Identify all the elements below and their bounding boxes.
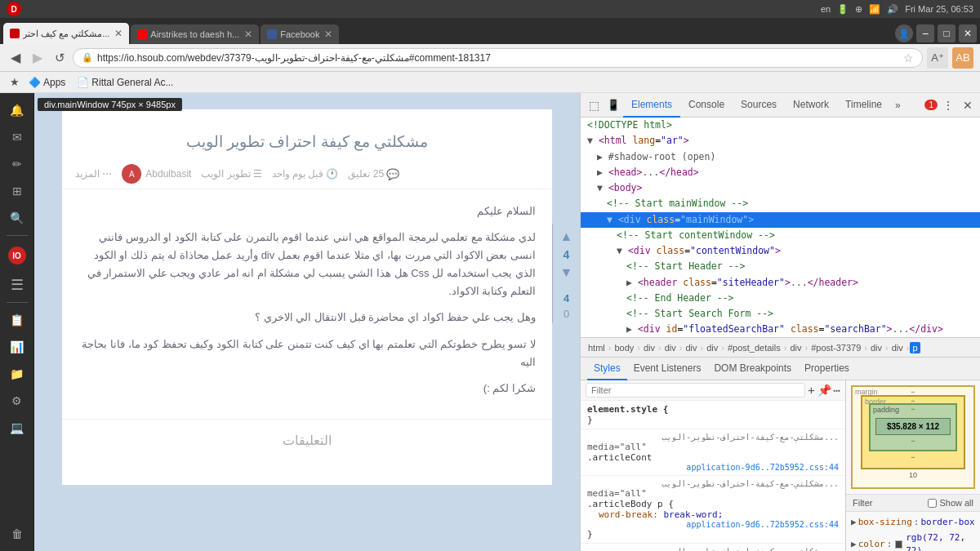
dom-tree[interactable]: <!DOCTYPE html> ▼ <html lang="ar"> ▶ #sh… [581,118,980,338]
show-all-checkbox-label[interactable]: Show all [928,498,973,508]
breadcrumb-body[interactable]: body [612,342,636,353]
vote-up-btn[interactable]: ▲ [555,227,578,247]
vote-down-btn[interactable]: ▼ [555,263,578,282]
filter-input[interactable] [586,383,805,398]
window-person-btn[interactable]: 👤 [895,24,913,42]
dom-node-html[interactable]: ▼ <html lang="ar"> [581,133,980,149]
dom-tooltip: div.mainWindow 745px × 9485px [38,98,182,111]
breadcrumb-post-id[interactable]: #post-37379 [808,342,863,353]
bookmark-rittal[interactable]: 📄 Rittal General Ac... [73,75,177,90]
devtools-tab-console[interactable]: Console [680,93,733,118]
css-rules-panel[interactable]: + 📌 ⋯ element.style { } مشكلتي-مع-كيفة-ا… [581,380,845,551]
breadcrumb-div1[interactable]: div [641,342,657,353]
devtools-settings-icon[interactable]: ⋮ [939,96,957,114]
sidebar-trash-icon[interactable]: 🗑 [5,522,29,546]
breadcrumb-div3[interactable]: div [683,342,699,353]
breadcrumb-div6[interactable]: div [868,342,884,353]
meta-comments[interactable]: 💬 25 تعليق [348,168,399,180]
show-all-checkbox[interactable] [928,499,937,508]
sidebar-grid-icon[interactable]: ⊞ [5,179,29,203]
box-padding-top: − [871,405,956,413]
breadcrumb-div7[interactable]: div [889,342,906,353]
meta-author[interactable]: Abdulbasit A [122,164,191,184]
rule2-source2: application-9d6..72b5952.css:44 [587,520,839,529]
sidebar-search-icon[interactable]: 🔍 [5,206,29,230]
devtools-tab-network[interactable]: Network [785,93,837,118]
box-model-diagram: margin − border − padding − [846,380,980,494]
tab-close-1[interactable]: ✕ [114,28,122,39]
filter-dots-btn[interactable]: ⋯ [834,384,840,397]
sidebar-menu-icon[interactable]: ☰ [5,273,29,297]
addr-action-2[interactable]: AB [952,47,973,69]
url-bar[interactable]: 🔒 https://io.hsoub.com/webdev/37379-مشكل… [73,48,923,68]
breadcrumb-div5[interactable]: div [787,342,804,353]
breadcrumb-p-active[interactable]: p [910,342,920,353]
sidebar-app3-icon[interactable]: 📁 [5,362,29,386]
forward-button[interactable]: ▶ [29,49,47,67]
url-star-icon[interactable]: ☆ [903,51,914,64]
reload-button[interactable]: ↺ [51,49,69,67]
sidebar-notification-icon[interactable]: 🔔 [5,98,29,122]
category-icon: ☰ [253,168,262,180]
styles-tab-dom-breakpoints[interactable]: DOM Breakpoints [707,358,798,380]
breadcrumb-html[interactable]: html [586,342,608,353]
prop-triangle-2[interactable]: ▶ [851,538,857,551]
breadcrumb-post-details[interactable]: #post_details [725,342,783,353]
sidebar-app5-icon[interactable]: 💻 [5,415,29,440]
system-icon: D [7,2,21,16]
tab-3[interactable]: Facebook ✕ [261,24,339,44]
tab-2[interactable]: Airstrikes to daesh h... ✕ [131,24,259,44]
filter-add-btn[interactable]: + [808,384,814,397]
rule2-closing: } [587,529,839,540]
bookmark-apps[interactable]: 🔷 Apps [24,75,69,90]
window-close-btn[interactable]: ✕ [959,24,977,42]
dom-node-comment-content[interactable]: <!-- Start contentWindow --> [581,228,980,243]
back-button[interactable]: ◀ [7,49,24,67]
dom-node-searchbar[interactable]: ▶ <div id="floatedSearchBar" class="sear… [581,322,980,337]
dom-node-header[interactable]: ▶ <header class="siteHeader">...</header… [581,275,980,291]
sidebar-mail-icon[interactable]: ✉ [5,125,29,149]
dom-node-shadow[interactable]: ▶ #shadow-root (open) [581,149,980,165]
styles-tab-styles[interactable]: Styles [587,358,627,380]
dom-node-comment-searchform[interactable]: <!-- Start Search Form --> [581,306,980,322]
sidebar-edit-icon[interactable]: ✏ [5,152,29,176]
addr-action-1[interactable]: A⁺ [927,47,948,69]
breadcrumb-div4[interactable]: div [704,342,720,353]
dom-node-content-div[interactable]: ▼ <div class="contentWindow"> [581,243,980,259]
sidebar-app4-icon[interactable]: ⚙ [5,389,29,413]
sidebar-app1-icon[interactable]: 📋 [5,308,29,332]
breadcrumb-div2[interactable]: div [662,342,679,353]
devtools-tab-timeline[interactable]: Timeline [837,93,890,118]
meta-category[interactable]: ☰ تطوير الويب [201,168,261,180]
dom-node-doctype[interactable]: <!DOCTYPE html> [581,118,980,133]
dom-node-main-div[interactable]: ▼ <div class="mainWindow"> [581,212,980,228]
devtools-inspect-icon[interactable]: ⬚ [584,96,604,115]
sidebar-app2-icon[interactable]: 📊 [5,335,29,359]
prop-triangle-1[interactable]: ▶ [851,516,857,530]
devtools-tab-elements[interactable]: Elements [623,93,680,118]
webpage-scroll-area[interactable]: مشكلتي مع كيفة احتراف تطوير الويب 💬 25 ت… [34,93,580,551]
styles-tab-event-listeners[interactable]: Event Listeners [627,358,708,380]
breadcrumb-sep-8: › [804,343,808,353]
devtools-close-icon[interactable]: ✕ [959,96,977,114]
devtools-tab-sources[interactable]: Sources [733,93,785,118]
tab-close-2[interactable]: ✕ [244,29,252,40]
styles-tab-properties[interactable]: Properties [798,358,856,380]
dom-node-comment-endheader[interactable]: <!-- End Header --> [581,291,980,306]
devtools-responsive-icon[interactable]: 📱 [604,96,623,115]
article-container: مشكلتي مع كيفة احتراف تطوير الويب 💬 25 ت… [62,109,552,485]
tab-close-3[interactable]: ✕ [324,29,332,40]
dom-node-head[interactable]: ▶ <head>...</head> [581,165,980,180]
dom-node-body[interactable]: ▼ <body> [581,180,980,196]
tab-1[interactable]: مشكلتي مع كيف احتر... ✕ [3,23,129,44]
window-maximize-btn[interactable]: □ [938,24,956,42]
dom-node-comment-header[interactable]: <!-- Start Header --> [581,259,980,274]
devtools-more-btn[interactable]: » [890,93,906,118]
sidebar-divider-1 [7,235,28,236]
dom-node-comment-main[interactable]: <!-- Start mainWindow --> [581,196,980,211]
more-label: المزيد [75,168,100,180]
filter-pin-btn[interactable]: 📌 [817,384,831,397]
tab-favicon-2 [137,29,147,39]
window-minimize-btn[interactable]: − [916,24,934,42]
meta-more[interactable]: ⋯ المزيد [75,168,112,180]
